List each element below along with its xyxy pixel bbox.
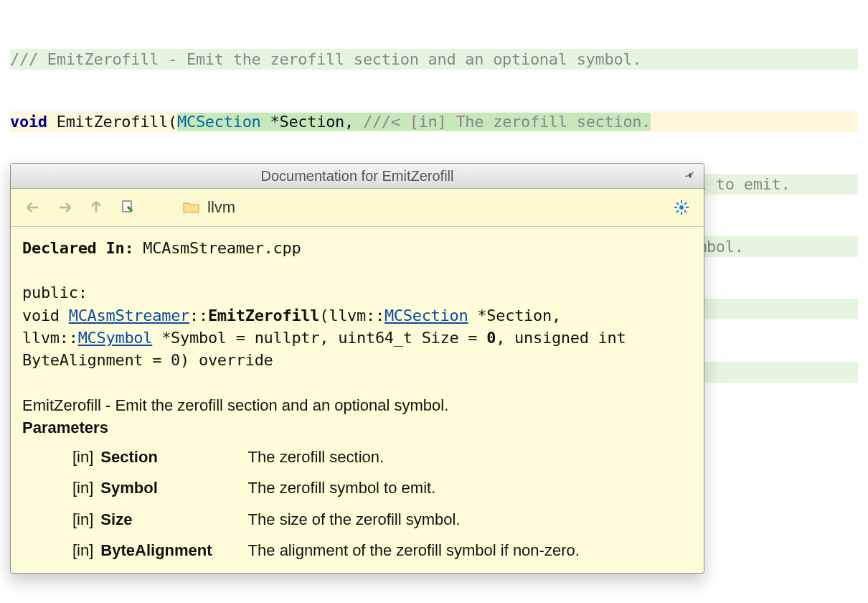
edit-icon[interactable] [118, 198, 137, 217]
folder-icon [183, 201, 200, 214]
parameters-label: Parameters [22, 416, 692, 439]
t: *Section, [468, 307, 560, 324]
param-dir: [in] [22, 441, 100, 472]
pin-icon[interactable] [682, 168, 697, 182]
popup-title-text: Documentation for EmitZerofill [261, 168, 454, 184]
t: *Section, [261, 113, 363, 131]
t: , unsigned int [496, 329, 626, 347]
kw-void: void [10, 113, 47, 131]
comment: ///< [in] The zerofill section. [363, 113, 651, 131]
svg-line-7 [684, 210, 687, 212]
t: void [22, 307, 69, 324]
svg-line-9 [684, 202, 687, 205]
breadcrumb-label: llvm [207, 198, 235, 217]
num: 0 [486, 329, 496, 347]
sig-line: ByteAlignment = 0) override [22, 349, 692, 371]
breadcrumb[interactable]: llvm [183, 198, 235, 217]
description: EmitZerofill - Emit the zerofill section… [22, 394, 692, 416]
link-type[interactable]: MCSection [385, 307, 468, 324]
param-desc: The zerofill section. [248, 441, 587, 472]
access-spec: public: [22, 281, 692, 304]
documentation-popup: Documentation for EmitZerofill llvm Decl… [10, 163, 704, 574]
forward-icon[interactable] [55, 198, 74, 217]
gear-icon[interactable] [672, 198, 691, 217]
param-name: ByteAlignment [100, 535, 247, 566]
param-dir: [in] [22, 504, 100, 535]
popup-toolbar: llvm [11, 189, 704, 227]
declared-in-label: Declared In: [22, 239, 133, 257]
t: *Symbol = nullptr, uint64_t Size = [152, 329, 486, 347]
link-class[interactable]: MCAsmStreamer [69, 307, 189, 324]
svg-line-8 [676, 210, 679, 212]
up-icon[interactable] [87, 198, 105, 217]
param-row: [in]SymbolThe zerofill symbol to emit. [22, 472, 587, 503]
declared-in-value: MCAsmStreamer.cpp [143, 239, 301, 257]
comment: /// EmitZerofill - Emit the zerofill sec… [10, 50, 641, 68]
param-row: [in]ByteAlignmentThe alignment of the ze… [22, 535, 587, 566]
t: (llvm:: [319, 307, 385, 324]
param-desc: The alignment of the zerofill symbol if … [248, 535, 587, 566]
func-name: EmitZerofill [208, 307, 319, 324]
type: MCSection [177, 113, 261, 131]
param-row: [in]SectionThe zerofill section. [22, 441, 587, 472]
popup-body[interactable]: Declared In: MCAsmStreamer.cpp public: v… [11, 227, 704, 573]
func-name: EmitZerofill [57, 113, 168, 131]
param-desc: The size of the zerofill symbol. [248, 504, 587, 535]
param-name: Symbol [100, 472, 247, 503]
param-dir: [in] [22, 472, 100, 503]
param-name: Size [100, 504, 247, 535]
popup-titlebar: Documentation for EmitZerofill [11, 164, 704, 189]
param-name: Section [100, 441, 247, 472]
back-icon[interactable] [24, 198, 42, 217]
param-desc: The zerofill symbol to emit. [248, 472, 587, 503]
parameters-table: [in]SectionThe zerofill section. [in]Sym… [22, 441, 692, 566]
svg-point-1 [679, 205, 684, 210]
link-type[interactable]: MCSymbol [78, 329, 153, 347]
t: llvm:: [22, 329, 78, 347]
svg-line-6 [676, 202, 679, 205]
t: :: [189, 307, 208, 324]
param-row: [in]SizeThe size of the zerofill symbol. [22, 504, 587, 535]
param-dir: [in] [22, 535, 100, 566]
